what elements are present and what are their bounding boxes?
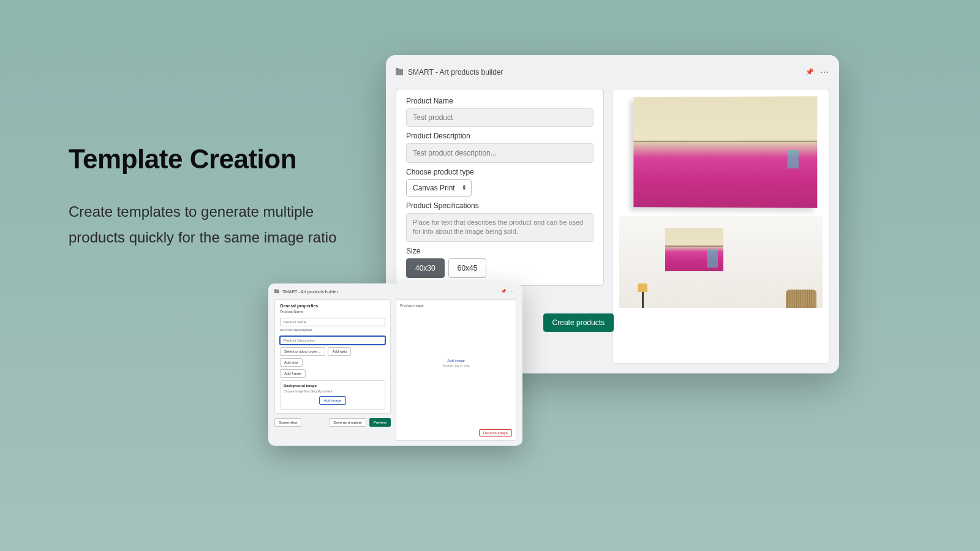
product-name-label: Product Name bbox=[406, 97, 594, 105]
product-description-label: Product Description bbox=[406, 132, 594, 140]
chevron-down-icon: ⌄ bbox=[318, 350, 321, 353]
add-image-link[interactable]: Add image bbox=[442, 359, 469, 362]
canvas-preview bbox=[619, 96, 823, 209]
product-description-input[interactable] bbox=[406, 143, 594, 163]
app-title-small: SMART - Art products builder bbox=[282, 290, 338, 294]
specifications-label: Product Specifications bbox=[406, 201, 594, 210]
hero-title: Template Creation bbox=[69, 144, 337, 174]
preview-button[interactable]: Preview bbox=[369, 418, 391, 427]
product-image-panel: Product image Add image Accepts .jpg or … bbox=[396, 299, 516, 441]
screenshot-button[interactable]: Screenshot bbox=[274, 418, 301, 427]
hero-text: Template Creation Create templates to ge… bbox=[69, 144, 337, 250]
size-label: Size bbox=[406, 247, 594, 255]
product-name-input[interactable] bbox=[406, 108, 594, 127]
product-type-label: Choose product type bbox=[406, 168, 594, 176]
editor-footer: Screenshot Save as template Preview bbox=[274, 418, 391, 427]
lamp-decor bbox=[636, 283, 649, 308]
product-desc-input-sm[interactable] bbox=[280, 336, 385, 345]
product-name-label-sm: Product Name bbox=[280, 310, 385, 313]
size-option-40x30[interactable]: 40x30 bbox=[406, 258, 445, 278]
pin-icon[interactable]: 📌 bbox=[501, 289, 507, 294]
template-editor-card: SMART - Art products builder 📌 ⋯ General… bbox=[268, 283, 522, 446]
add-bg-image-button[interactable]: Add image bbox=[319, 396, 347, 405]
canvas-art-image bbox=[633, 96, 817, 208]
preview-pane bbox=[612, 89, 829, 364]
folder-icon bbox=[396, 69, 403, 75]
select-product-types[interactable]: Select product types ⌄ bbox=[280, 347, 325, 356]
bg-heading: Background image bbox=[284, 384, 382, 388]
product-image-heading: Product image bbox=[400, 304, 512, 307]
card-header-small: SMART - Art products builder 📌 ⋯ bbox=[268, 283, 522, 299]
add-size-button[interactable]: Add size bbox=[280, 358, 303, 367]
product-desc-label-sm: Product Description bbox=[280, 328, 385, 332]
select-arrows-icon: ▲▼ bbox=[462, 185, 467, 191]
add-frame-button[interactable]: Add frame bbox=[280, 369, 306, 378]
image-hint: Accepts .jpg or .png bbox=[442, 364, 469, 367]
pin-icon[interactable]: 📌 bbox=[805, 68, 814, 76]
background-image-panel: Background image Choose image from Shopi… bbox=[280, 380, 385, 410]
general-heading: General properties bbox=[280, 304, 385, 308]
chair-decor bbox=[786, 290, 816, 308]
more-icon[interactable]: ⋯ bbox=[510, 288, 516, 294]
remove-image-button[interactable]: Remove image bbox=[479, 429, 512, 437]
bg-subtitle: Choose image from Shopify content bbox=[284, 389, 382, 393]
room-preview bbox=[619, 216, 823, 308]
hero-subtitle: Create templates to generate multiple pr… bbox=[69, 199, 337, 250]
size-option-60x45[interactable]: 60x45 bbox=[448, 258, 487, 278]
general-properties-panel: General properties Product Name Product … bbox=[274, 299, 391, 414]
product-form: Product Name Product Description Choose … bbox=[396, 89, 604, 286]
more-icon[interactable]: ⋯ bbox=[820, 67, 829, 77]
card-header: SMART - Art products builder 📌 ⋯ bbox=[386, 55, 839, 89]
specifications-text: Place for text that describes the produc… bbox=[406, 213, 594, 242]
app-title: SMART - Art products builder bbox=[408, 68, 503, 77]
room-art-image bbox=[665, 228, 723, 271]
save-template-button[interactable]: Save as template bbox=[329, 418, 366, 427]
create-products-button[interactable]: Create products bbox=[543, 313, 614, 332]
add-ratio-button[interactable]: Add ratio bbox=[328, 347, 351, 356]
folder-icon bbox=[274, 290, 279, 293]
product-name-input-sm[interactable] bbox=[280, 318, 385, 326]
